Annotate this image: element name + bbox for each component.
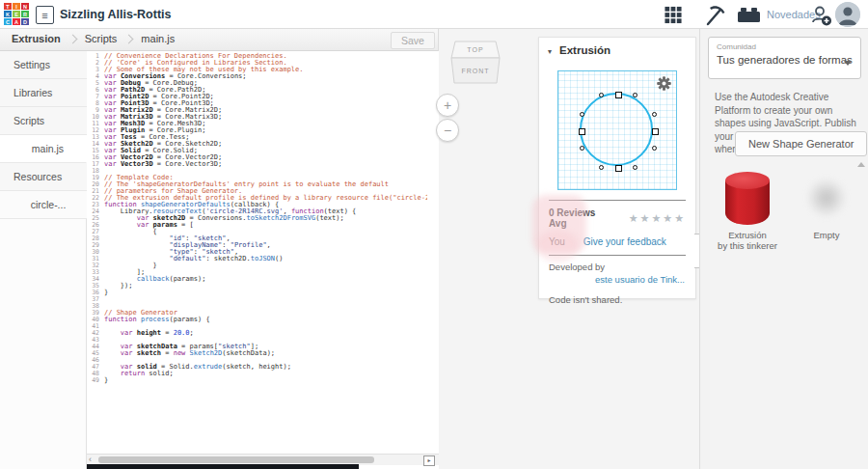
sidebar-item-scripts[interactable]: Scripts	[0, 107, 87, 135]
user-avatar[interactable]	[835, 2, 860, 27]
code-line: 36}	[87, 290, 427, 296]
community-panel: Comunidad Tus generadores de formas Use …	[699, 29, 868, 469]
breadcrumb-bar: ExtrusionScriptsmain.js Save	[0, 29, 439, 51]
preview-viewport: TOP FRONT + − ▾Extrusión	[439, 29, 699, 469]
reviews-avg-text: 0 Reviews Avg	[549, 207, 615, 229]
scrollbar-corner-icon[interactable]: ▸	[423, 455, 435, 466]
code-editor[interactable]: 1// Convenience Declarations For Depende…	[87, 51, 427, 454]
sidebar-item-main-js[interactable]: main.js	[0, 135, 87, 163]
code-shared-text: Code isn't shared.	[539, 285, 695, 305]
sidebar-item-libraries[interactable]: Libraries	[0, 79, 87, 107]
sketch-handle-square[interactable]	[579, 128, 585, 135]
breadcrumb-item[interactable]: main.js	[141, 33, 175, 44]
community-dropdown[interactable]: Comunidad Tus generadores de formas	[708, 37, 861, 79]
community-item-subtitle: by this tinkerer	[708, 240, 787, 251]
tinkercad-shape-editor: TINKERCAD ≡ Sizzling Allis-Rottis Noveda…	[0, 0, 868, 469]
star-rating[interactable]: ★★★★★	[629, 212, 686, 225]
sketch-handle-square[interactable]	[615, 92, 622, 98]
document-title: Sizzling Allis-Rottis	[60, 8, 172, 21]
logo-tile: I	[13, 3, 20, 10]
sketch-handle-circle[interactable]	[633, 93, 637, 97]
breadcrumb-chevron-icon	[124, 34, 134, 43]
sketch-circle[interactable]	[580, 93, 653, 166]
bottom-dark-bar	[87, 464, 359, 469]
scroll-left-arrow-icon[interactable]: ‹	[89, 455, 92, 464]
red-cylinder-thumbnail[interactable]	[725, 172, 770, 226]
breadcrumb: ExtrusionScriptsmain.js	[12, 33, 180, 44]
tinkercad-logo[interactable]: TINKERCAD	[4, 3, 30, 26]
brick-icon[interactable]	[738, 8, 761, 23]
save-button[interactable]: Save	[391, 32, 435, 49]
sketch-handle-square[interactable]	[652, 128, 659, 135]
sidebar-item-circle-[interactable]: circle-...	[0, 191, 87, 219]
new-shape-generator-button[interactable]: New Shape Generator	[735, 131, 867, 156]
line-number: 49	[87, 377, 99, 384]
logo-tile: N	[21, 3, 29, 10]
add-user-icon[interactable]	[810, 5, 832, 26]
logo-tile: T	[4, 3, 12, 10]
zoom-in-button[interactable]: +	[436, 94, 459, 117]
breadcrumb-chevron-icon	[68, 34, 77, 43]
panel-header[interactable]: ▾Extrusión	[539, 38, 695, 61]
view-cube-top-label[interactable]: TOP	[467, 46, 483, 53]
shape-generator-panel: ▾Extrusión	[538, 37, 696, 299]
chevron-down-icon	[844, 61, 852, 66]
community-dropdown-label: Comunidad	[709, 38, 860, 51]
sketch-handle-circle[interactable]	[652, 146, 657, 151]
empty-thumbnail	[806, 178, 847, 218]
breadcrumb-item[interactable]: Scripts	[85, 33, 118, 44]
community-dropdown-value: Tus generadores de formas	[709, 51, 860, 66]
feedback-row: You Give your feedback	[539, 231, 695, 255]
logo-tile: E	[13, 11, 20, 17]
logo-tile: R	[21, 11, 29, 17]
code-line: 34 callback(params);	[87, 276, 427, 283]
community-item-title: Empty	[787, 230, 866, 240]
code-line: 42 var height = 20.0;	[87, 330, 427, 337]
zoom-out-button[interactable]: −	[436, 119, 459, 142]
sketch-handle-square[interactable]	[615, 165, 622, 172]
code-line: 48 return solid;	[87, 371, 427, 377]
sidebar-item-resources[interactable]: Resources	[0, 163, 87, 191]
developed-by-label: Developed by	[539, 256, 695, 272]
logo-tile: K	[4, 11, 12, 17]
logo-tile: A	[13, 18, 20, 25]
view-cube-front-label[interactable]: FRONT	[461, 68, 489, 74]
community-items: Extrusiónby this tinkererEmpty	[708, 166, 866, 251]
app-header: TINKERCAD ≡ Sizzling Allis-Rottis Noveda…	[0, 0, 868, 29]
you-label: You	[549, 236, 565, 247]
sketch-handle-circle[interactable]	[652, 112, 657, 117]
apps-grid-icon[interactable]	[664, 6, 683, 24]
code-line: 35 });	[87, 283, 427, 290]
view-cube[interactable]: TOP FRONT	[447, 39, 504, 91]
project-sidebar: SettingsLibrariesScriptsmain.jsResources…	[0, 51, 87, 469]
give-feedback-link[interactable]: Give your feedback	[583, 236, 666, 247]
reviews-row: 0 Reviews Avg ★★★★★	[539, 201, 695, 231]
sketch-handle-circle[interactable]	[580, 146, 584, 151]
code-line: 37	[87, 296, 427, 303]
sketch-handle-circle[interactable]	[633, 165, 637, 170]
pickaxe-icon[interactable]	[704, 4, 727, 27]
breadcrumb-item[interactable]: Extrusion	[12, 33, 61, 44]
code-line: 17var Vector3D = Core.Vector3D;	[87, 161, 427, 168]
developer-link[interactable]: este usuario de Tink...	[539, 272, 695, 285]
document-menu-icon[interactable]: ≡	[36, 6, 54, 24]
community-item-empty[interactable]: Empty	[787, 166, 866, 251]
community-item-extrusi-n[interactable]: Extrusiónby this tinkerer	[708, 166, 787, 251]
code-line: 49}	[87, 377, 427, 384]
code-line: 40function process(params) {	[87, 317, 427, 323]
avatar-silhouette-icon	[835, 2, 860, 27]
sketch-handle-circle[interactable]	[599, 165, 604, 170]
logo-tile: C	[4, 18, 12, 25]
code-line: 45 var sketch = new Sketch2D(sketchData)…	[87, 350, 427, 357]
panel-title: Extrusión	[559, 44, 610, 56]
scrollbar-thumb[interactable]	[98, 456, 374, 463]
logo-tile: D	[21, 18, 29, 25]
collapse-triangle-icon[interactable]: ▾	[548, 47, 552, 56]
sketch-preview-canvas[interactable]	[557, 70, 677, 190]
gear-icon[interactable]	[657, 76, 671, 91]
community-item-title: Extrusión	[708, 230, 787, 240]
sidebar-item-settings[interactable]: Settings	[0, 51, 87, 79]
